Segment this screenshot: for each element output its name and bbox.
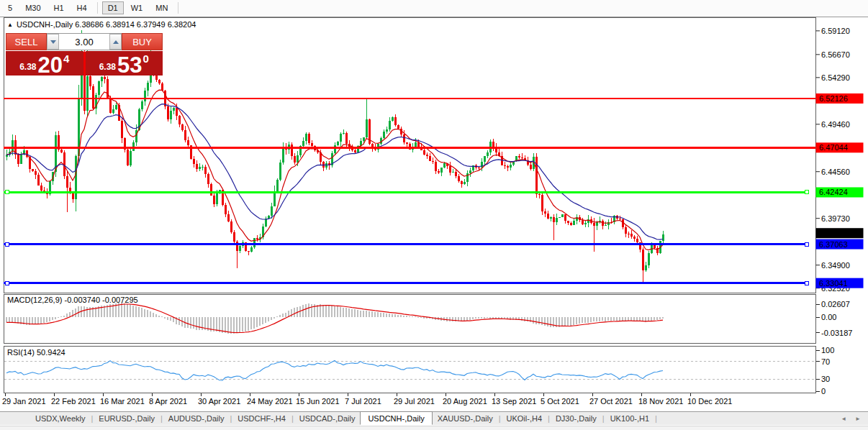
hline-6.33041[interactable] [4, 281, 809, 285]
macd-bar [602, 317, 604, 321]
date-axis[interactable]: 29 Jan 202122 Feb 202116 Mar 20218 Apr 2… [2, 393, 732, 406]
candle-body [40, 186, 42, 191]
macd-bar [613, 317, 615, 321]
chart-tab-uk100-[interactable]: UK100-,H1 [605, 413, 654, 424]
macd-name: MACD(12,26,9) [7, 296, 62, 304]
macd-bar [469, 317, 471, 320]
candle-body [248, 251, 250, 252]
macd-bar [52, 317, 54, 320]
macd-bar [291, 309, 293, 317]
candle-body [187, 140, 189, 146]
candle-body [150, 75, 152, 83]
candle-body [481, 162, 483, 168]
candle-body [429, 156, 431, 161]
macd-bar [354, 309, 356, 317]
macd-bar [294, 308, 296, 317]
hline-6.42424[interactable] [4, 191, 809, 194]
candle-body [279, 163, 281, 180]
rsi-line [6, 361, 663, 381]
timeframe-button-H4[interactable]: H4 [71, 1, 93, 14]
chart-tab-eurusd-[interactable]: EURUSD-,Daily [94, 413, 160, 424]
tab-separator: | [654, 414, 658, 423]
timeframe-button-H1[interactable]: H1 [48, 1, 70, 14]
candle-body [426, 155, 428, 156]
timeframe-button-D1[interactable]: D1 [102, 1, 124, 14]
chart-tab-xauusd-[interactable]: XAUUSD-,Daily [433, 413, 498, 424]
macd-bar [579, 317, 581, 324]
candle-body [109, 98, 112, 113]
macd-bar [190, 317, 192, 329]
macd-bar [250, 317, 253, 329]
macd-bar [265, 317, 267, 323]
macd-bar [279, 315, 281, 317]
macd-bar [271, 317, 273, 320]
hline-6.37063[interactable] [4, 242, 809, 246]
level-price-label: 6.42424 [816, 187, 864, 197]
rsi-axis[interactable]: 10070300 [816, 346, 835, 395]
level-price-label-text: 6.33041 [819, 279, 848, 288]
candle-body [478, 168, 480, 168]
macd-bar [553, 317, 555, 327]
chart-tab-bar: USDX,Weekly|EURUSD-,Daily|AUDUSD-,Daily|… [0, 411, 868, 425]
macd-bar [446, 317, 448, 321]
price-axis[interactable]: 6.591206.566706.542906.494606.445606.397… [816, 27, 864, 293]
candle-body [389, 121, 391, 129]
tab-scroll-left-icon[interactable]: ◄ [841, 416, 846, 422]
macd-bar [630, 317, 633, 321]
macd-bar [570, 317, 572, 326]
line-handle[interactable] [5, 191, 9, 194]
buy-button[interactable]: BUY [122, 33, 163, 50]
macd-bar [311, 304, 313, 317]
level-price-label: 6.33041 [816, 278, 864, 288]
macd-bar [472, 317, 474, 319]
macd-bar [285, 313, 287, 317]
macd-bar [132, 306, 135, 317]
date-label: 29 Jul 2021 [394, 397, 435, 406]
macd-bar [492, 317, 494, 319]
sell-button[interactable]: SELL [6, 33, 47, 50]
buy-price-display[interactable]: 6.38 53 0 [86, 51, 163, 76]
timeframe-button-W1[interactable]: W1 [125, 1, 149, 14]
candle-body [184, 130, 186, 140]
candle-body [561, 214, 564, 217]
macd-bar [550, 317, 552, 327]
macd-bar [654, 317, 656, 320]
volume-increase-button[interactable] [109, 34, 122, 50]
timeframe-button-MN[interactable]: MN [150, 1, 173, 14]
candle-body [406, 142, 408, 143]
tab-scroll-right-icon[interactable]: ► [855, 416, 861, 422]
timeframe-button-5[interactable]: 5 [2, 1, 18, 14]
line-handle[interactable] [5, 281, 9, 285]
chart-tab-dj30-[interactable]: DJ30-,Daily [551, 413, 602, 424]
line-handle[interactable] [805, 242, 808, 246]
line-handle[interactable] [805, 281, 808, 285]
candle-body [37, 175, 40, 185]
sell-price-display[interactable]: 6.38 20 4 [6, 51, 83, 76]
chart-tab-usdcad-[interactable]: USDCAD-,Daily [294, 413, 361, 424]
date-label: 13 Sep 2021 [492, 397, 536, 406]
panel-collapse-icon[interactable]: ▲ [7, 22, 13, 28]
candle-body [216, 193, 218, 204]
timeframe-button-M30[interactable]: M30 [19, 1, 46, 14]
macd-bar [633, 317, 636, 321]
chart-tab-usdx[interactable]: USDX,Weekly [30, 413, 90, 424]
chart-tab-usdcnh-[interactable]: USDCNH-,Daily [360, 411, 432, 425]
macd-bar [331, 306, 333, 317]
candle-body [225, 205, 227, 214]
volume-input[interactable]: 3.00 [59, 34, 109, 50]
level-price-label-text: 6.42424 [819, 188, 848, 196]
chart-tab-ukoil-[interactable]: UKOil-,H4 [502, 413, 548, 424]
macd-axis[interactable]: 0.026070.00-0.03187 [816, 300, 853, 337]
volume-decrease-button[interactable] [47, 34, 59, 50]
candle-body [452, 172, 454, 173]
chart-tab-usdchf-[interactable]: USDCHF-,H4 [232, 413, 291, 424]
candle-body [630, 234, 633, 237]
line-handle[interactable] [805, 191, 808, 194]
chart-tab-audusd-[interactable]: AUDUSD-,Daily [163, 413, 230, 424]
macd-bar [360, 311, 362, 317]
candle-body [86, 76, 89, 111]
candle-body [193, 159, 195, 164]
line-handle[interactable] [5, 242, 9, 246]
macd-bar [239, 317, 241, 332]
candle-body [642, 250, 644, 270]
